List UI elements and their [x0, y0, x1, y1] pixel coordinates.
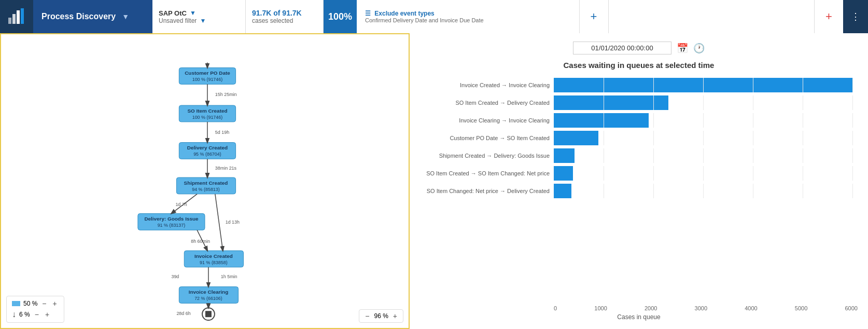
svg-text:38min 21s: 38min 21s: [215, 166, 237, 171]
bar-label: Invoice Created → Invoice Clearing: [420, 81, 550, 89]
cases-number: 91.7K of 91.7K: [252, 9, 302, 17]
bar-row: Invoice Clearing → Invoice Clearing: [420, 113, 858, 128]
bar-fill: [554, 184, 571, 198]
bar-row: Customer PO Date → SO Item Created: [420, 131, 858, 145]
filter-sub-row: Unsaved filter ▼: [159, 17, 239, 24]
zoom-controls: − 96 % +: [359, 309, 403, 323]
bar-label: Customer PO Date → SO Item Created: [420, 134, 550, 142]
svg-point-38: [202, 308, 215, 320]
app-logo: [0, 0, 33, 33]
svg-text:5d 19h: 5d 19h: [215, 130, 229, 135]
horizontal-control: 50 % − +: [12, 299, 59, 308]
percent-badge: 100%: [324, 0, 357, 33]
bar-track: [554, 95, 858, 110]
bar-track: [554, 78, 858, 92]
svg-text:15h 25min: 15h 25min: [215, 92, 237, 97]
svg-text:SO Item Created: SO Item Created: [187, 108, 227, 114]
svg-text:Customer PO Date: Customer PO Date: [185, 70, 230, 76]
bar-track: [554, 166, 858, 181]
svg-text:91 % (83858): 91 % (83858): [200, 260, 228, 265]
svg-text:1d 7h: 1d 7h: [175, 202, 187, 207]
svg-rect-27: [184, 251, 243, 267]
svg-text:95 % (86704): 95 % (86704): [193, 152, 221, 157]
x-axis-label: 4000: [745, 305, 757, 311]
menu-button[interactable]: ⋮: [843, 0, 868, 33]
bar-track: [554, 113, 858, 128]
add-right-button[interactable]: +: [814, 0, 843, 33]
calendar-icon[interactable]: 📅: [677, 43, 688, 54]
exclude-icon: ☰: [365, 10, 371, 17]
vertical-icon: ↓: [12, 310, 16, 319]
x-axis-title: Cases in queue: [420, 313, 858, 321]
title-chevron[interactable]: ▼: [122, 12, 129, 21]
bar-track: [554, 184, 858, 198]
filter-sub: Unsaved filter: [159, 17, 197, 24]
bar-row: SO Item Created → SO Item Changed: Net p…: [420, 166, 858, 181]
svg-rect-4: [179, 68, 235, 85]
svg-text:Invoice Clearing: Invoice Clearing: [189, 289, 229, 295]
bar-fill: [554, 95, 668, 110]
cases-label: cases selected: [252, 17, 293, 24]
filter-name: SAP OtC: [159, 9, 187, 17]
bar-row: SO Item Created → Delivery Created: [420, 95, 858, 110]
svg-rect-18: [176, 177, 235, 194]
horizontal-icon: [12, 301, 20, 306]
bar-label: SO Item Created → Delivery Created: [420, 99, 550, 106]
svg-text:8h 60min: 8h 60min: [191, 239, 210, 244]
x-axis-label: 2000: [645, 305, 657, 311]
vertical-control: ↓ 6 % − +: [12, 310, 59, 319]
filter-dropdown-icon[interactable]: ▼: [190, 9, 196, 17]
svg-rect-13: [179, 143, 235, 159]
zoom-plus-button[interactable]: +: [391, 312, 399, 320]
bar-label: SO Item Created → SO Item Changed: Net p…: [420, 170, 550, 177]
bar-label: Invoice Clearing → Invoice Clearing: [420, 117, 550, 124]
svg-rect-3: [21, 8, 24, 24]
horizontal-plus[interactable]: +: [51, 299, 59, 308]
x-axis-label: 1000: [594, 305, 607, 311]
svg-rect-39: [205, 311, 212, 317]
svg-text:72 % (66106): 72 % (66106): [194, 296, 222, 301]
bar-row: Shipment Created → Delivery: Goods Issue: [420, 148, 858, 163]
chart-title: Cases waiting in queues at selected time: [420, 61, 858, 70]
main-content: Customer PO Date 100 % (91746) SO Item C…: [0, 33, 868, 329]
bar-fill: [554, 148, 575, 163]
exclude-label: Exclude event types: [374, 10, 434, 17]
zoom-level: 96 %: [374, 312, 388, 320]
bar-track: [554, 148, 858, 163]
svg-rect-1: [12, 14, 16, 24]
svg-text:100 % (91746): 100 % (91746): [192, 115, 223, 120]
x-axis: 0100020003000400050006000: [420, 305, 858, 311]
add-filter-button[interactable]: +: [580, 0, 609, 33]
x-axis-label: 3000: [695, 305, 707, 311]
header-title-section: Process Discovery ▼: [33, 0, 152, 33]
date-section: 📅 🕐: [420, 42, 858, 54]
app-header: Process Discovery ▼ SAP OtC ▼ Unsaved fi…: [0, 0, 868, 33]
x-axis-label: 5000: [795, 305, 807, 311]
header-spacer: [609, 0, 815, 33]
horizontal-minus[interactable]: −: [40, 299, 48, 308]
svg-text:94 % (85813): 94 % (85813): [192, 187, 220, 192]
bar-fill: [554, 78, 852, 92]
svg-rect-23: [138, 214, 205, 230]
svg-text:1h 5min: 1h 5min: [221, 274, 237, 279]
date-input[interactable]: [573, 42, 671, 54]
process-flow-panel: Customer PO Date 100 % (91746) SO Item C…: [0, 33, 410, 329]
filter-name-row: SAP OtC ▼: [159, 9, 239, 17]
vertical-minus[interactable]: −: [33, 310, 40, 319]
x-axis-labels: 0100020003000400050006000: [554, 305, 858, 311]
filter-section[interactable]: SAP OtC ▼ Unsaved filter ▼: [152, 0, 246, 33]
svg-rect-32: [179, 287, 238, 304]
exclude-detail: Confirmed Delivery Date and Invoice Due …: [365, 17, 571, 23]
svg-rect-2: [17, 10, 20, 24]
svg-text:1d 13h: 1d 13h: [226, 220, 240, 225]
bar-label: Shipment Created → Delivery: Goods Issue: [420, 152, 550, 159]
svg-text:28d 6h: 28d 6h: [176, 311, 190, 316]
horizontal-label: 50 %: [23, 300, 37, 307]
clock-icon[interactable]: 🕐: [693, 43, 705, 54]
x-axis-label: 6000: [845, 305, 857, 311]
vertical-plus[interactable]: +: [44, 310, 51, 319]
cases-section: 91.7K of 91.7K cases selected: [246, 0, 324, 33]
filter-sub-dropdown[interactable]: ▼: [200, 17, 206, 24]
bar-chart: Invoice Created → Invoice ClearingSO Ite…: [420, 78, 858, 301]
zoom-minus-button[interactable]: −: [363, 312, 371, 320]
